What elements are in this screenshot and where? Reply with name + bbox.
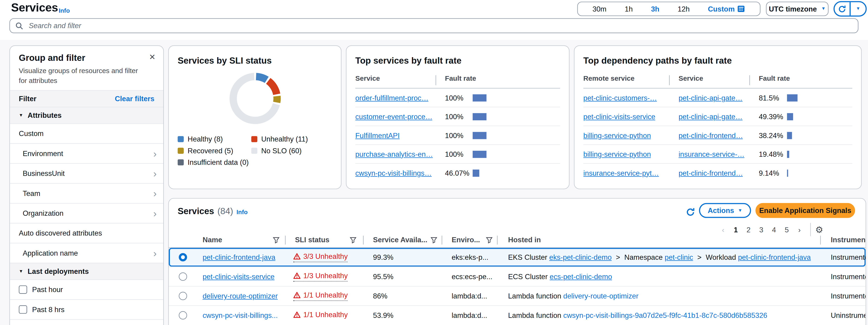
column-divider	[497, 235, 497, 244]
sidebar-item-custom[interactable]: Custom	[10, 123, 163, 143]
service-link[interactable]: customer-event-proce…	[355, 112, 433, 121]
service-link[interactable]: pet-clinic-api-gate…	[678, 112, 742, 121]
table-row-pet-clinic-visits-service[interactable]: pet-clinic-visits-service 1/3 Unhealthy …	[169, 267, 866, 286]
filter-funnel-icon[interactable]	[350, 237, 356, 243]
host-link[interactable]: pet-clinic	[664, 253, 693, 261]
last-deployments-section-header[interactable]: ▼ Last deployments	[10, 263, 163, 279]
sidebar-item-environment[interactable]: Environment ›	[10, 143, 163, 163]
sidebar-item-team[interactable]: Team ›	[10, 183, 163, 203]
column-header-instrumentation: Instrumentation	[831, 235, 866, 244]
refresh-button[interactable]	[835, 2, 849, 16]
previous-page-button[interactable]: ‹	[717, 225, 730, 234]
host-link[interactable]: cwsyn-pc-visit-billings-9a07d2e5-f9fc-41…	[563, 311, 768, 320]
divider	[810, 223, 811, 236]
table-row-cwsyn-pc-visit-billings[interactable]: cwsyn-pc-visit-billings... 1/1 Unhealthy…	[169, 305, 866, 325]
remote-service-link[interactable]: pet-clinic-visits-service	[583, 112, 655, 121]
service-link[interactable]: FulfillmentAPI	[355, 131, 400, 139]
refresh-options-button[interactable]: ▼	[851, 2, 866, 16]
fault-rate-bar	[787, 132, 792, 139]
search-icon	[16, 22, 23, 30]
time-range-segmented-control: 30m 1h 3h 12h Custom	[577, 2, 760, 16]
service-name-link[interactable]: delivery-route-optimizer	[203, 292, 278, 300]
next-page-button[interactable]: ›	[793, 225, 806, 234]
calendar-icon	[738, 5, 745, 13]
past-hour-checkbox[interactable]	[19, 285, 27, 294]
close-icon[interactable]: ✕	[149, 53, 155, 61]
table-row-delivery-route-optimizer[interactable]: delivery-route-optimizer 1/1 Unhealthy 8…	[169, 286, 866, 305]
remote-service-link[interactable]: billing-service-python	[583, 150, 651, 158]
legend-chip	[178, 136, 184, 142]
remote-service-link[interactable]: insurance-service-pyt…	[583, 169, 659, 177]
time-range-12h[interactable]: 12h	[678, 5, 690, 13]
timezone-label: UTC timezone	[769, 5, 817, 13]
table-row: billing-service-python insurance-service…	[583, 145, 852, 164]
row-radio[interactable]	[179, 292, 187, 300]
remote-service-link[interactable]: pet-clinic-customers-…	[583, 94, 657, 102]
enable-application-signals-button[interactable]: Enable Application Signals	[755, 203, 855, 218]
row-radio[interactable]	[179, 311, 187, 320]
gear-icon[interactable]: ⚙	[815, 224, 823, 235]
column-divider	[669, 75, 670, 85]
availability-value: 95.5%	[373, 272, 394, 281]
sidebar-item-businessunit[interactable]: BusinessUnit ›	[10, 163, 163, 183]
time-range-3h-active[interactable]: 3h	[651, 5, 659, 13]
host-link[interactable]: ecs-pet-clinic-demo	[550, 272, 612, 281]
service-link[interactable]: pet-clinic-frontend…	[678, 131, 743, 139]
actions-button[interactable]: Actions ▼	[699, 203, 751, 218]
time-range-30m[interactable]: 30m	[592, 5, 607, 13]
search-bar	[9, 18, 859, 33]
table-row: cwsyn-pc-visit-billings… 46.07%	[355, 164, 560, 182]
past-8hrs-checkbox[interactable]	[19, 305, 27, 314]
service-name-link[interactable]: cwsyn-pc-visit-billings...	[203, 311, 278, 320]
legend-item-recovered[interactable]: Recovered (5)	[178, 147, 251, 155]
sidebar-item-organization[interactable]: Organization ›	[10, 203, 163, 223]
service-link[interactable]: pet-clinic-frontend…	[678, 169, 743, 177]
page-4-button[interactable]: 4	[768, 225, 780, 234]
legend-chip	[178, 148, 184, 154]
page-info-link[interactable]: Info	[59, 7, 70, 14]
table-row-pet-clinic-frontend-java[interactable]: pet-clinic-frontend-java 3/3 Unhealthy 9…	[169, 248, 866, 267]
legend-item-healthy[interactable]: Healthy (8)	[178, 135, 251, 143]
service-link[interactable]: order-fulfillment-proc…	[355, 94, 429, 102]
attributes-section-header[interactable]: ▼ Attributes	[10, 107, 163, 123]
page-1-button[interactable]: 1	[730, 225, 742, 234]
legend-item-insufficient-data[interactable]: Insufficient data (0)	[178, 158, 249, 166]
table-refresh-button[interactable]	[682, 204, 698, 220]
host-link[interactable]: eks-pet-clinic-demo	[549, 253, 612, 261]
filter-funnel-icon[interactable]	[273, 237, 279, 243]
filter-past-hour: Past hour	[10, 279, 163, 299]
fault-rate-bar	[473, 113, 487, 120]
time-range-1h[interactable]: 1h	[625, 5, 633, 13]
service-name-link[interactable]: pet-clinic-visits-service	[203, 272, 274, 281]
service-name-link[interactable]: pet-clinic-frontend-java	[203, 253, 275, 261]
page-5-button[interactable]: 5	[780, 225, 793, 234]
services-table-header: Services (84) Info Actions ▼ Enable Appl…	[169, 199, 866, 229]
chevron-down-icon: ▼	[821, 7, 826, 11]
host-link[interactable]: delivery-route-optimizer	[563, 292, 639, 300]
filter-funnel-icon[interactable]	[486, 237, 493, 243]
page-3-button[interactable]: 3	[755, 225, 768, 234]
service-link[interactable]: insurance-service-…	[678, 150, 744, 158]
service-link[interactable]: cwsyn-pc-visit-billings…	[355, 169, 432, 177]
column-header-remote-service: Remote service	[583, 75, 634, 83]
group-and-filter-panel: Group and filter ✕ Visualize groups of r…	[9, 45, 164, 325]
filter-funnel-icon[interactable]	[431, 237, 437, 243]
services-info-link[interactable]: Info	[237, 208, 248, 215]
service-link[interactable]: purchase-analytics-en…	[355, 150, 433, 158]
table-row: purchase-analytics-en… 100%	[355, 145, 560, 164]
search-input[interactable]	[28, 21, 852, 30]
clear-filters-link[interactable]: Clear filters	[115, 95, 155, 103]
timezone-dropdown[interactable]: UTC timezone ▼	[766, 2, 829, 16]
page-2-button[interactable]: 2	[742, 225, 755, 234]
remote-service-link[interactable]: billing-service-python	[583, 131, 651, 139]
top-dependency-paths-card: Top dependency paths by fault rate Remot…	[574, 45, 862, 189]
row-radio-selected[interactable]	[179, 253, 187, 261]
row-radio[interactable]	[179, 272, 187, 281]
sidebar-item-application-name[interactable]: Application name ›	[10, 243, 163, 263]
service-link[interactable]: pet-clinic-api-gate…	[678, 94, 742, 102]
table-row: FulfillmentAPI 100%	[355, 126, 560, 145]
time-range-custom[interactable]: Custom	[708, 5, 745, 13]
host-link[interactable]: pet-clinic-frontend-java	[738, 253, 811, 261]
legend-item-no-slo[interactable]: No SLO (60)	[251, 147, 302, 155]
legend-item-unhealthy[interactable]: Unhealthy (11)	[251, 135, 308, 143]
